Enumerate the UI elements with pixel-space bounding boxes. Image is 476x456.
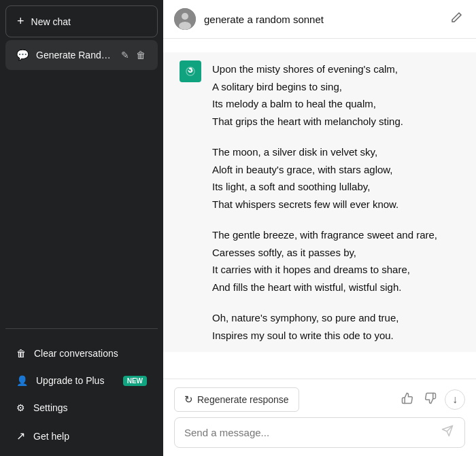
chevron-down-icon: ↓ (452, 393, 458, 406)
new-chat-label: New chat (31, 16, 71, 27)
message-text: Upon the misty shores of evening's calm,… (212, 60, 460, 344)
regenerate-icon: ↻ (184, 393, 193, 406)
sidebar-item-help[interactable]: ↗ Get help (5, 421, 158, 451)
regenerate-label: Regenerate response (197, 394, 289, 405)
chat-item-label: Generate Random Son (36, 50, 113, 60)
line: Its light, a soft and soothing lullaby, (212, 178, 460, 196)
chat-item-actions: ✎ 🗑 (120, 48, 147, 62)
plus-icon: + (17, 14, 24, 29)
line: Aloft in beauty's grace, with stars aglo… (212, 161, 460, 179)
assistant-avatar (180, 60, 201, 82)
line: Inspires my soul to write this ode to yo… (212, 327, 460, 345)
send-button[interactable] (440, 423, 455, 442)
sidebar-top: + New chat 💬 Generate Random Son ✎ 🗑 (0, 0, 163, 323)
assistant-message: Upon the misty shores of evening's calm,… (163, 52, 476, 352)
regenerate-button[interactable]: ↻ Regenerate response (174, 387, 299, 412)
stanza-2: The moon, a silver disk in velvet sky, A… (212, 143, 460, 213)
chat-footer: ↻ Regenerate response ↓ (163, 379, 476, 456)
help-icon: ↗ (16, 429, 25, 442)
new-chat-button[interactable]: + New chat (5, 5, 158, 37)
chat-icon: 💬 (16, 49, 29, 61)
delete-chat-button[interactable]: 🗑 (135, 48, 147, 62)
messages-area: Upon the misty shores of evening's calm,… (163, 39, 476, 379)
upgrade-label: Upgrade to Plus (36, 375, 104, 386)
chat-history-item[interactable]: 💬 Generate Random Son ✎ 🗑 (5, 40, 158, 70)
edit-chat-button[interactable]: ✎ (120, 48, 131, 62)
line: Upon the misty shores of evening's calm, (212, 60, 460, 78)
main-panel: generate a random sonnet Upon the misty … (163, 0, 476, 456)
stanza-4: Oh, nature's symphony, so pure and true,… (212, 309, 460, 344)
sidebar-item-settings[interactable]: ⚙ Settings (5, 394, 158, 421)
new-chat-icon-button[interactable] (447, 9, 465, 29)
line: It carries with it hopes and dreams to s… (212, 261, 460, 279)
line: And fills the heart with wistful, wistfu… (212, 279, 460, 296)
svg-point-2 (179, 22, 191, 30)
gear-icon: ⚙ (16, 402, 25, 413)
line: Oh, nature's symphony, so pure and true, (212, 309, 460, 327)
regenerate-area: ↻ Regenerate response ↓ (174, 385, 465, 417)
svg-point-1 (182, 13, 188, 20)
line: Caresses softly, as it passes by, (212, 244, 460, 262)
sidebar-item-upgrade[interactable]: 👤 Upgrade to Plus NEW (5, 367, 158, 394)
new-badge: NEW (123, 376, 147, 386)
line: The moon, a silver disk in velvet sky, (212, 143, 460, 161)
scroll-down-button[interactable]: ↓ (445, 389, 465, 410)
line: A solitary bird begins to sing, (212, 78, 460, 96)
sidebar: + New chat 💬 Generate Random Son ✎ 🗑 🗑 C… (0, 0, 163, 456)
trash-icon: 🗑 (16, 348, 26, 359)
line: Its melody a balm to heal the qualm, (212, 95, 460, 113)
thumbs-down-button[interactable] (422, 389, 439, 410)
sidebar-item-clear[interactable]: 🗑 Clear conversations (5, 340, 158, 367)
sidebar-bottom: 🗑 Clear conversations 👤 Upgrade to Plus … (0, 334, 163, 456)
help-label: Get help (33, 431, 69, 442)
message-input-row (174, 417, 465, 448)
stanza-1: Upon the misty shores of evening's calm,… (212, 60, 460, 130)
thumbs-up-button[interactable] (398, 389, 416, 410)
line: That grips the heart with melancholy sti… (212, 113, 460, 130)
feedback-icons: ↓ (398, 389, 465, 410)
user-icon: 👤 (16, 375, 28, 386)
message-input[interactable] (184, 427, 435, 438)
chat-header: generate a random sonnet (163, 0, 476, 39)
sidebar-divider (5, 328, 158, 329)
stanza-3: The gentle breeze, with fragrance sweet … (212, 226, 460, 296)
line: The gentle breeze, with fragrance sweet … (212, 226, 460, 244)
line: That whispers secrets few will ever know… (212, 196, 460, 213)
settings-label: Settings (33, 402, 68, 413)
clear-label: Clear conversations (34, 348, 118, 359)
user-avatar (174, 8, 196, 30)
chat-title: generate a random sonnet (204, 14, 439, 25)
